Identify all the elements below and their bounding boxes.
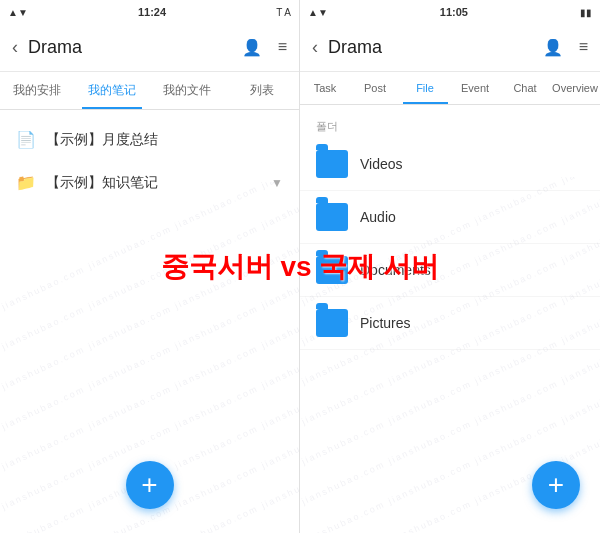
tab-overview[interactable]: Overview	[550, 72, 600, 104]
app-title-left: Drama	[28, 37, 232, 58]
file-list: 폴더 Videos Audio Documents Pictures	[300, 105, 600, 358]
back-button-right[interactable]: ‹	[312, 37, 318, 58]
folder-name-audio: Audio	[360, 209, 396, 225]
list-item-monthly-summary[interactable]: 📄 【示例】月度总结	[0, 118, 299, 161]
user-icon-right[interactable]: 👤	[543, 38, 563, 57]
tab-my-files[interactable]: 我的文件	[150, 72, 225, 109]
tab-event[interactable]: Event	[450, 72, 500, 104]
folder-item-pictures[interactable]: Pictures	[300, 297, 600, 350]
left-panel: ▲▼ 11:24 T A ‹ Drama 👤 ≡ 我的安排 我的笔记 我的文件 …	[0, 0, 300, 533]
menu-icon-left[interactable]: ≡	[278, 38, 287, 57]
app-title-right: Drama	[328, 37, 533, 58]
status-bar-left: ▲▼ 11:24 T A	[0, 0, 299, 24]
right-panel: ▲▼ 11:05 ▮▮ ‹ Drama 👤 ≡ Task Post File E…	[300, 0, 600, 533]
folder-icon-audio	[316, 203, 348, 231]
folder-icon-left: 📁	[16, 173, 36, 192]
expand-arrow-icon: ▼	[271, 176, 283, 190]
tab-list[interactable]: 列表	[224, 72, 299, 109]
folder-icon-pictures	[316, 309, 348, 337]
notes-list: 📄 【示例】月度总结 📁 【示例】知识笔记 ▼	[0, 110, 299, 212]
doc-icon: 📄	[16, 130, 36, 149]
right-time: 11:05	[440, 6, 468, 18]
tab-file[interactable]: File	[400, 72, 450, 104]
status-bar-right: ▲▼ 11:05 ▮▮	[300, 0, 600, 24]
right-content-wrapper: jianshubao.com jianshubao.com jianshubao…	[300, 105, 600, 533]
folder-item-videos[interactable]: Videos	[300, 138, 600, 191]
section-label-folder: 폴더	[300, 113, 600, 138]
tabs-left: 我的安排 我的笔记 我的文件 列表	[0, 72, 299, 110]
right-battery: ▮▮	[580, 7, 592, 18]
tab-my-schedule[interactable]: 我的安排	[0, 72, 75, 109]
folder-item-audio[interactable]: Audio	[300, 191, 600, 244]
tabs-right: Task Post File Event Chat Overview	[300, 72, 600, 105]
list-item-knowledge-notes[interactable]: 📁 【示例】知识笔记 ▼	[0, 161, 299, 204]
tab-my-notes[interactable]: 我的笔记	[75, 72, 150, 109]
header-icons-left: 👤 ≡	[242, 38, 287, 57]
menu-icon-right[interactable]: ≡	[579, 38, 588, 57]
left-battery: T A	[276, 7, 291, 18]
folder-name-documents: Documents	[360, 262, 431, 278]
tab-task[interactable]: Task	[300, 72, 350, 104]
header-right: ‹ Drama 👤 ≡	[300, 24, 600, 72]
fab-add-right[interactable]: +	[532, 461, 580, 509]
folder-item-documents[interactable]: Documents	[300, 244, 600, 297]
right-status-signals: ▲▼	[308, 7, 328, 18]
folder-name-pictures: Pictures	[360, 315, 411, 331]
folder-icon-videos	[316, 150, 348, 178]
user-icon-left[interactable]: 👤	[242, 38, 262, 57]
fab-add-left[interactable]: +	[126, 461, 174, 509]
header-icons-right: 👤 ≡	[543, 38, 588, 57]
back-button-left[interactable]: ‹	[12, 37, 18, 58]
folder-name-videos: Videos	[360, 156, 403, 172]
left-status-signals: ▲▼	[8, 7, 28, 18]
header-left: ‹ Drama 👤 ≡	[0, 24, 299, 72]
item-text-knowledge: 【示例】知识笔记	[46, 174, 261, 192]
left-content-wrapper: jianshubao.com jianshubao.com jianshubao…	[0, 110, 299, 533]
tab-chat[interactable]: Chat	[500, 72, 550, 104]
tab-post[interactable]: Post	[350, 72, 400, 104]
folder-icon-documents	[316, 256, 348, 284]
item-text-monthly: 【示例】月度总结	[46, 131, 283, 149]
left-time: 11:24	[138, 6, 166, 18]
